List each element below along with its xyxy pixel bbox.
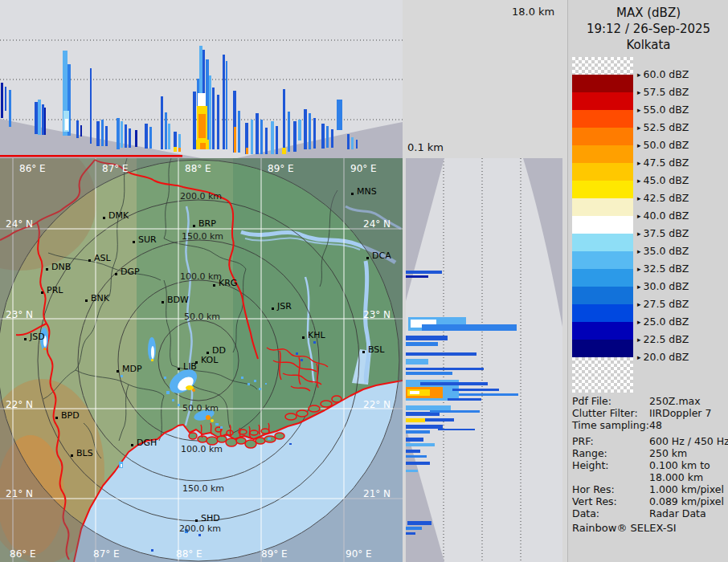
- dbz-scale-label: ▸40.0 dBZ: [637, 210, 689, 222]
- metadata-value: IIRDoppler 7: [649, 407, 727, 419]
- dbz-band: [572, 287, 633, 304]
- scale-tick-icon: ▸: [637, 88, 641, 96]
- dbz-band: [572, 304, 633, 322]
- scale-tick-icon: ▸: [637, 247, 641, 255]
- dbz-band: [572, 181, 633, 198]
- dbz-scale-label: ▸57.5 dBZ: [637, 86, 689, 98]
- dbz-band: [572, 128, 633, 145]
- metadata-value: 0.089 km/pixel: [649, 495, 727, 507]
- ns-profile-canvas: [406, 158, 562, 562]
- dbz-band: [572, 234, 633, 251]
- scale-tick-icon: ▸: [637, 159, 641, 167]
- metadata-value: 600 Hz / 450 Hz: [649, 435, 728, 447]
- scale-tick-icon: ▸: [637, 141, 641, 149]
- dbz-band: [572, 57, 633, 75]
- dbz-scale-label: ▸45.0 dBZ: [637, 174, 689, 186]
- scale-tick-icon: ▸: [637, 283, 641, 291]
- dbz-band: [572, 163, 633, 181]
- ew-height-profile-panel[interactable]: [0, 0, 403, 158]
- metadata-row: Vert Res:0.089 km/pixel: [572, 495, 727, 507]
- metadata-label: Height:: [572, 459, 649, 471]
- scale-tick-icon: ▸: [637, 300, 641, 308]
- dbz-scale-label: ▸30.0 dBZ: [637, 280, 689, 292]
- dbz-scale-label: ▸47.5 dBZ: [637, 157, 689, 169]
- scale-tick-icon: ▸: [637, 212, 641, 220]
- metadata-value: 0.100 km to: [649, 459, 727, 471]
- boundary-projection-line: [0, 155, 182, 157]
- dbz-scale-label: ▸35.0 dBZ: [637, 245, 689, 257]
- dbz-scale-label: ▸22.5 dBZ: [637, 333, 689, 345]
- dbz-band: [572, 92, 633, 110]
- dbz-band: [572, 357, 633, 393]
- dbz-scale-label: ▸25.0 dBZ: [637, 316, 689, 328]
- scale-tick-icon: ▸: [637, 336, 641, 344]
- scale-tick-icon: ▸: [637, 194, 641, 202]
- metadata-row: Time sampling:48: [572, 419, 727, 431]
- metadata-label: Clutter Filter:: [572, 407, 649, 419]
- dbz-band: [572, 269, 633, 287]
- dbz-scale-label: ▸37.5 dBZ: [637, 227, 689, 239]
- metadata-value: 48: [649, 419, 727, 431]
- ns-height-profile-panel[interactable]: [406, 158, 562, 562]
- dbz-band: [572, 75, 633, 92]
- metadata-value: 250 km: [649, 447, 727, 459]
- metadata-row: Hor Res:1.000 km/pixel: [572, 483, 727, 495]
- height-axis-max-label: 18.0 km: [512, 6, 554, 18]
- dbz-band: [572, 216, 633, 234]
- metadata-row: 18.000 km: [572, 471, 727, 483]
- product-title: MAX (dBZ): [568, 6, 728, 20]
- metadata-value: 250Z.max: [649, 395, 727, 407]
- dbz-band: [572, 145, 633, 163]
- dbz-scale-labels: ▸60.0 dBZ▸57.5 dBZ▸55.0 dBZ▸52.5 dBZ▸50.…: [637, 57, 727, 410]
- map-canvas: [0, 158, 403, 562]
- metadata-row: Range:250 km: [572, 447, 727, 459]
- scale-tick-icon: ▸: [637, 230, 641, 238]
- metadata-row: Height:0.100 km to: [572, 459, 727, 471]
- ew-profile-canvas: [0, 0, 403, 158]
- legend-panel: MAX (dBZ) 19:12 / 26-Sep-2025 Kolkata ▸6…: [567, 0, 728, 562]
- dbz-band: [572, 322, 633, 340]
- metadata-block: Pdf File:250Z.maxClutter Filter:IIRDoppl…: [572, 395, 727, 519]
- metadata-value: 18.000 km: [649, 471, 727, 483]
- dbz-band: [572, 110, 633, 128]
- metadata-label: Range:: [572, 447, 649, 459]
- scale-tick-icon: ▸: [637, 265, 641, 273]
- ppi-map-panel[interactable]: DMKBRPMNSSURDNBASLDGPKRGPRLBNKBDWJSRDCAK…: [0, 158, 403, 562]
- scale-tick-icon: ▸: [637, 71, 641, 79]
- dbz-band: [572, 251, 633, 269]
- metadata-label: Hor Res:: [572, 483, 649, 495]
- radar-display-window: 18.0 km 0.1 km: [0, 0, 728, 562]
- scale-tick-icon: ▸: [637, 318, 641, 326]
- metadata-label: Vert Res:: [572, 495, 649, 507]
- scan-timestamp: 19:12 / 26-Sep-2025: [568, 22, 728, 36]
- metadata-row: Clutter Filter:IIRDoppler 7: [572, 407, 727, 419]
- dbz-scale-label: ▸60.0 dBZ: [637, 68, 689, 80]
- metadata-value: 1.000 km/pixel: [649, 483, 727, 495]
- dbz-color-scale: [572, 57, 633, 393]
- metadata-label: Time sampling:: [572, 419, 649, 431]
- dbz-scale-label: ▸32.5 dBZ: [637, 263, 689, 275]
- scale-tick-icon: ▸: [637, 177, 641, 185]
- metadata-label: PRF:: [572, 435, 649, 447]
- scale-tick-icon: ▸: [637, 124, 641, 132]
- dbz-scale-label: ▸20.0 dBZ: [637, 351, 689, 363]
- dbz-scale-label: ▸52.5 dBZ: [637, 121, 689, 133]
- scale-tick-icon: ▸: [637, 106, 641, 114]
- dbz-band: [572, 198, 633, 216]
- dbz-band: [572, 340, 633, 357]
- dbz-scale-label: ▸42.5 dBZ: [637, 192, 689, 204]
- height-axis-min-label: 0.1 km: [407, 141, 444, 153]
- dbz-scale-label: ▸55.0 dBZ: [637, 104, 689, 116]
- scale-tick-icon: ▸: [637, 353, 641, 361]
- metadata-label: Pdf File:: [572, 395, 649, 407]
- dbz-scale-label: ▸50.0 dBZ: [637, 139, 689, 151]
- brand-footer: Rainbow® SELEX-SI: [572, 522, 677, 534]
- radar-site-name: Kolkata: [568, 38, 728, 52]
- metadata-row: PRF:600 Hz / 450 Hz: [572, 435, 727, 447]
- metadata-label: Data:: [572, 507, 649, 519]
- metadata-row: Data:Radar Data: [572, 507, 727, 519]
- dbz-scale-label: ▸27.5 dBZ: [637, 298, 689, 310]
- metadata-label: [572, 471, 649, 483]
- metadata-row: Pdf File:250Z.max: [572, 395, 727, 407]
- metadata-value: Radar Data: [649, 507, 727, 519]
